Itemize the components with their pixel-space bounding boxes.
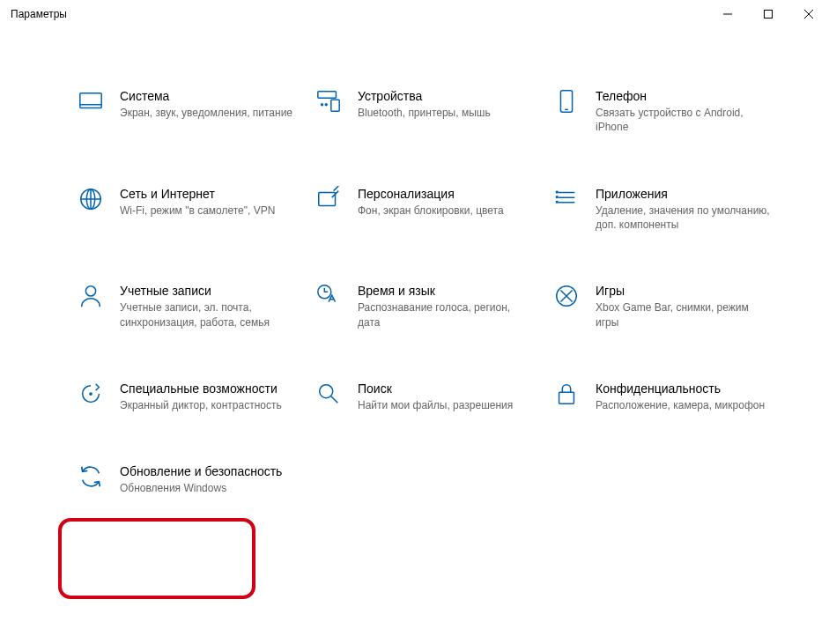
svg-point-17 <box>320 384 333 397</box>
tile-title: Поиск <box>358 381 513 396</box>
svg-rect-2 <box>318 92 337 99</box>
tile-title: Игры <box>596 283 772 299</box>
tile-phone[interactable]: Телефон Связать устройство с Android, iP… <box>546 81 784 140</box>
system-icon <box>76 86 106 116</box>
window-title: Параметры <box>11 8 67 20</box>
tile-title: Система <box>120 88 292 104</box>
tile-desc: Обновления Windows <box>120 481 282 495</box>
tile-title: Специальные возможности <box>120 381 282 396</box>
tile-personalization[interactable]: Персонализация Фон, экран блокировки, цв… <box>308 179 546 238</box>
tile-system[interactable]: Система Экран, звук, уведомления, питани… <box>70 81 308 140</box>
tile-accounts[interactable]: Учетные записи Учетные записи, эл. почта… <box>70 276 308 335</box>
tile-desc: Xbox Game Bar, снимки, режим игры <box>596 300 772 329</box>
phone-icon <box>551 86 581 116</box>
person-icon <box>76 281 106 311</box>
devices-icon <box>314 86 344 116</box>
tile-desc: Wi-Fi, режим "в самолете", VPN <box>120 204 275 218</box>
tile-desc: Экранный диктор, контрастность <box>120 398 282 412</box>
svg-rect-12 <box>556 200 559 203</box>
paintbrush-icon <box>314 184 344 214</box>
svg-rect-6 <box>560 91 572 112</box>
lock-icon <box>551 379 581 409</box>
titlebar: Параметры <box>0 0 829 28</box>
highlight-frame <box>58 518 255 599</box>
svg-point-4 <box>322 104 323 106</box>
tile-title: Обновление и безопасность <box>120 463 282 479</box>
tile-desc: Учетные записи, эл. почта, синхронизация… <box>120 300 296 329</box>
tile-title: Конфиденциальность <box>596 381 765 396</box>
tile-accessibility[interactable]: Специальные возможности Экранный диктор,… <box>70 374 308 418</box>
close-button[interactable] <box>788 0 829 28</box>
time-language-icon <box>314 281 344 311</box>
tile-desc: Фон, экран блокировки, цвета <box>358 204 504 218</box>
tile-title: Телефон <box>596 88 772 104</box>
close-icon <box>804 10 813 19</box>
tile-title: Сеть и Интернет <box>120 186 275 202</box>
settings-window: Параметры Система Экран, звук, уведо <box>0 0 829 644</box>
svg-point-13 <box>85 286 95 296</box>
svg-point-5 <box>325 104 327 106</box>
sync-icon <box>76 462 106 492</box>
tile-title: Приложения <box>596 186 772 202</box>
apps-icon <box>551 184 581 214</box>
tile-devices[interactable]: Устройства Bluetooth, принтеры, мышь <box>308 81 546 140</box>
tile-network[interactable]: Сеть и Интернет Wi-Fi, режим "в самолете… <box>70 179 308 238</box>
tile-time-language[interactable]: Время и язык Распознавание голоса, регио… <box>308 276 546 335</box>
svg-rect-0 <box>765 11 773 19</box>
tile-desc: Найти мои файлы, разрешения <box>358 398 513 412</box>
tile-title: Персонализация <box>358 186 504 202</box>
tile-apps[interactable]: Приложения Удаление, значения по умолчан… <box>546 179 784 238</box>
globe-icon <box>76 184 106 214</box>
tile-title: Устройства <box>358 88 491 104</box>
svg-rect-3 <box>331 100 339 111</box>
tile-desc: Bluetooth, принтеры, мышь <box>358 106 491 120</box>
search-icon <box>314 379 344 409</box>
settings-content: Система Экран, звук, уведомления, питани… <box>0 28 829 500</box>
tile-desc: Распознавание голоса, регион, дата <box>358 300 534 329</box>
tile-desc: Связать устройство с Android, iPhone <box>596 106 772 134</box>
tile-desc: Расположение, камера, микрофон <box>596 398 765 412</box>
tile-privacy[interactable]: Конфиденциальность Расположение, камера,… <box>546 374 784 418</box>
svg-rect-1 <box>80 93 101 108</box>
maximize-icon <box>764 10 773 19</box>
maximize-button[interactable] <box>748 0 788 28</box>
xbox-icon <box>551 281 581 311</box>
tile-search[interactable]: Поиск Найти мои файлы, разрешения <box>308 374 546 418</box>
svg-point-16 <box>89 392 93 396</box>
tile-desc: Экран, звук, уведомления, питание <box>120 106 292 120</box>
tile-desc: Удаление, значения по умолчанию, доп. ко… <box>596 204 772 232</box>
svg-rect-11 <box>556 196 559 198</box>
svg-rect-18 <box>559 392 574 403</box>
tile-update-security[interactable]: Обновление и безопасность Обновления Win… <box>70 456 308 500</box>
accessibility-icon <box>76 379 106 409</box>
svg-rect-9 <box>319 192 336 205</box>
settings-grid: Система Экран, звук, уведомления, питани… <box>70 81 776 500</box>
minimize-button[interactable] <box>707 0 748 28</box>
tile-gaming[interactable]: Игры Xbox Game Bar, снимки, режим игры <box>546 276 784 335</box>
tile-title: Время и язык <box>358 283 534 299</box>
tile-title: Учетные записи <box>120 283 296 299</box>
svg-rect-10 <box>556 190 559 193</box>
window-controls <box>707 0 829 28</box>
minimize-icon <box>723 10 732 19</box>
